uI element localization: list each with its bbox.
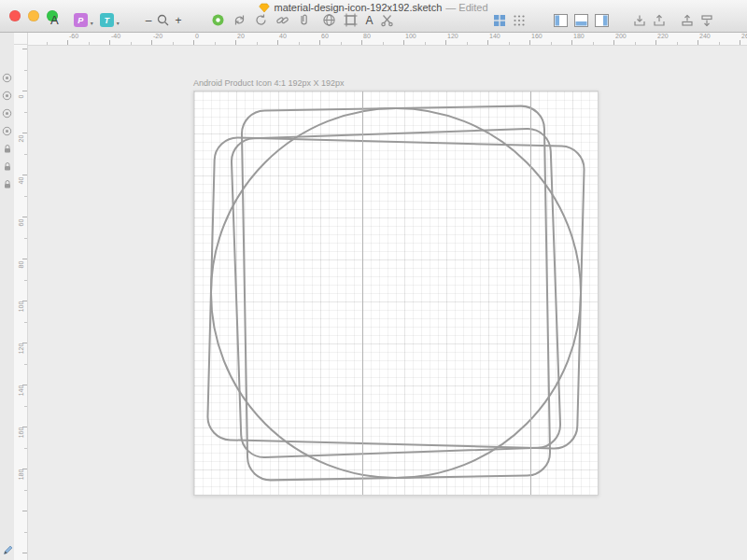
import-tray-icon[interactable] xyxy=(633,14,646,27)
ruler-label: -40 xyxy=(111,33,120,39)
ruler-tick xyxy=(319,40,320,45)
rotate-icon[interactable] xyxy=(254,13,268,27)
plugin-buttons: P ▾ T ▾ xyxy=(74,13,120,27)
vertical-ruler[interactable]: 020406080100120140160180 xyxy=(14,45,28,560)
ruler-label: 0 xyxy=(195,33,199,39)
pages-plugin-label: P xyxy=(78,16,83,25)
visibility-eye-icon[interactable] xyxy=(2,73,12,83)
ruler-tick xyxy=(131,42,132,45)
horizontal-ruler[interactable]: -60-40-200204060801001201401601802002202… xyxy=(28,32,747,46)
artboard-tool-button[interactable]: A xyxy=(50,13,59,27)
ruler-tick xyxy=(24,532,27,533)
minimize-window-button[interactable] xyxy=(28,10,39,21)
export-tray-icon[interactable] xyxy=(653,14,666,27)
ruler-label: 40 xyxy=(18,171,24,191)
ruler-tick xyxy=(740,40,740,45)
ruler-label: 160 xyxy=(18,423,24,443)
ruler-tick xyxy=(22,511,27,511)
panel-right-icon[interactable] xyxy=(595,14,609,27)
lock-icon[interactable] xyxy=(3,161,12,172)
layer-control-strip xyxy=(0,32,14,560)
ruler-tick xyxy=(24,238,27,239)
ruler-label: 260 xyxy=(741,33,747,39)
dots-grid-icon[interactable] xyxy=(513,14,526,27)
layout-grid-icon[interactable] xyxy=(493,14,506,27)
ruler-label: 120 xyxy=(18,339,24,359)
ruler-tick xyxy=(89,42,90,45)
artboard-frame-icon[interactable] xyxy=(344,13,358,27)
ruler-label: 100 xyxy=(405,33,416,39)
pencil-icon[interactable] xyxy=(2,544,14,556)
link-icon[interactable] xyxy=(275,13,289,27)
text-tool-button[interactable]: A xyxy=(365,14,373,27)
ruler-label: 80 xyxy=(363,33,371,39)
globe-icon[interactable] xyxy=(322,13,336,27)
ruler-label: 160 xyxy=(531,33,543,39)
sync-icon[interactable] xyxy=(233,13,247,27)
keyline-square[interactable] xyxy=(231,128,561,458)
move-down-icon[interactable] xyxy=(700,14,713,27)
visibility-eye-icon[interactable] xyxy=(2,126,12,136)
keyline-landscape-rect[interactable] xyxy=(207,137,585,449)
magnifier-icon[interactable] xyxy=(157,14,169,26)
ruler-tick xyxy=(299,42,300,45)
ruler-tick xyxy=(24,154,27,155)
visibility-eye-icon[interactable] xyxy=(2,91,12,101)
panel-left-icon[interactable] xyxy=(554,14,568,27)
ruler-tick xyxy=(509,42,510,45)
ruler-label: 20 xyxy=(237,33,245,39)
ruler-tick xyxy=(24,196,27,197)
artboard[interactable] xyxy=(193,91,599,496)
lock-icon[interactable] xyxy=(3,144,12,154)
ruler-tick xyxy=(467,42,468,45)
arrange-buttons xyxy=(681,14,713,27)
ruler-label: -60 xyxy=(69,33,78,39)
ruler-tick xyxy=(529,40,530,45)
ruler-tick xyxy=(341,42,342,45)
toolbar-tools: A P ▾ T ▾ – + xyxy=(50,11,713,29)
ruler-tick xyxy=(635,42,636,45)
keyline-circle[interactable] xyxy=(211,108,581,478)
keyline-portrait-rect[interactable] xyxy=(242,105,551,481)
chevron-down-icon[interactable]: ▾ xyxy=(91,20,93,26)
guide-line[interactable] xyxy=(530,91,531,495)
move-up-icon[interactable] xyxy=(681,14,694,27)
ruler-tick xyxy=(655,40,656,45)
visibility-eye-icon[interactable] xyxy=(2,108,12,119)
ruler-tick xyxy=(425,42,426,45)
ruler-label: 220 xyxy=(657,33,669,39)
guide-line[interactable] xyxy=(362,91,363,495)
tray-buttons xyxy=(633,14,666,27)
ruler-tick xyxy=(67,40,68,45)
panel-bottom-icon[interactable] xyxy=(574,14,588,27)
ruler-label: 80 xyxy=(18,255,24,275)
ruler-label: 180 xyxy=(573,33,585,39)
tool-icon-group: A xyxy=(322,13,394,27)
plugin-icon-group xyxy=(211,13,311,27)
ruler-tick xyxy=(361,40,362,45)
zoom-out-button[interactable]: – xyxy=(146,15,152,26)
text-style-plugin-button[interactable]: T xyxy=(100,13,114,27)
chevron-down-icon[interactable]: ▾ xyxy=(117,20,120,26)
zoom-in-button[interactable]: + xyxy=(175,15,181,26)
ruler-tick xyxy=(277,40,278,45)
ruler-tick xyxy=(719,42,720,45)
ruler-tick xyxy=(24,280,27,281)
canvas[interactable]: Android Product Icon 4:1 192px X 192px xyxy=(28,45,747,560)
grid-buttons xyxy=(493,14,526,27)
lock-icon[interactable] xyxy=(3,179,12,189)
pages-plugin-button[interactable]: P xyxy=(74,13,88,27)
ruler-tick xyxy=(571,40,572,45)
ruler-label: 60 xyxy=(321,33,329,39)
mirror-plugin-icon[interactable] xyxy=(211,13,225,27)
ruler-label: 200 xyxy=(615,33,627,39)
ruler-label: -20 xyxy=(153,33,162,39)
scissors-icon[interactable] xyxy=(380,13,394,27)
attachment-icon[interactable] xyxy=(297,13,311,27)
keyline-shapes xyxy=(194,91,598,495)
ruler-tick xyxy=(109,40,110,45)
ruler-tick xyxy=(22,49,27,49)
ruler-label: 20 xyxy=(18,129,24,149)
artboard-label[interactable]: Android Product Icon 4:1 192px X 192px xyxy=(193,78,345,88)
close-window-button[interactable] xyxy=(9,10,21,21)
